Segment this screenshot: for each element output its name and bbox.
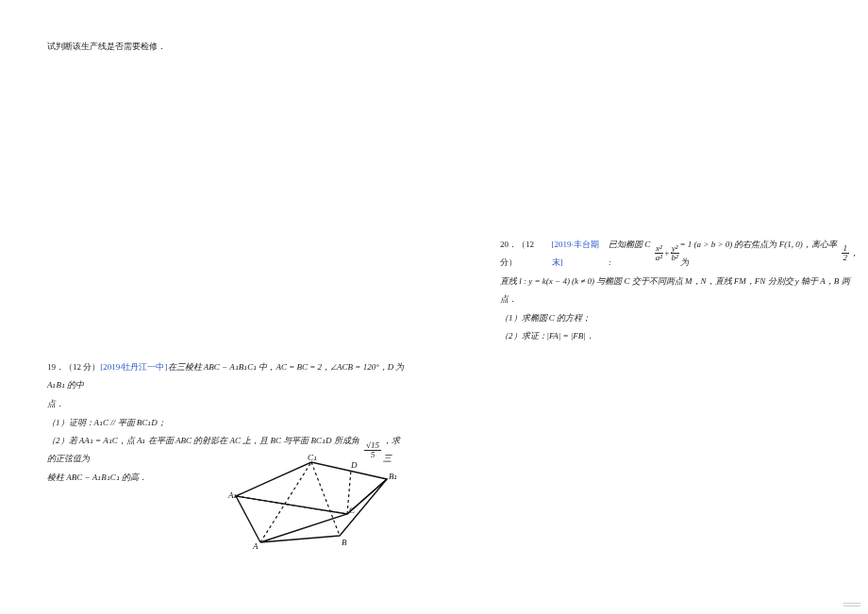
label-D: D bbox=[350, 460, 358, 470]
q20-frac3: 1 2 bbox=[842, 244, 850, 262]
prism-svg: A₁ C₁ B₁ D A C B bbox=[226, 453, 396, 552]
q20-stem-line2: 直线 l : y = k(x − 4) (k ≠ 0) 与椭圆 C 交于不同两点… bbox=[500, 273, 859, 308]
spacer bbox=[47, 57, 406, 358]
q19-source: [2019·牡丹江一中] bbox=[100, 362, 167, 372]
prism-figure: A₁ C₁ B₁ D A C B bbox=[226, 453, 396, 552]
q20-part2: （2）求证：|FA| = |FB|． bbox=[500, 327, 859, 345]
label-A1: A₁ bbox=[227, 490, 238, 500]
q20-f3b: 2 bbox=[843, 254, 848, 262]
q20-frac1: x² a² bbox=[655, 244, 663, 262]
label-C: C bbox=[349, 506, 356, 515]
label-C1: C₁ bbox=[308, 453, 317, 462]
q19-part1: （1）证明：A₁C // 平面 BC₁D； bbox=[47, 414, 406, 432]
q20-stem-line1: 20．（12 分）[2019·丰台期末] 已知椭圆 C : x² a² + y²… bbox=[500, 236, 859, 272]
q20-stem1a: 已知椭圆 C : bbox=[609, 236, 654, 272]
q19-stem-line1: 19．（12 分）[2019·牡丹江一中]在三棱柱 ABC − A₁B₁C₁ 中… bbox=[47, 358, 406, 394]
spacer-right bbox=[500, 38, 859, 236]
q20-f2b: b² bbox=[672, 254, 678, 262]
label-B1: B₁ bbox=[389, 472, 396, 481]
q20-stem1b: = 1 (a > b > 0) 的右焦点为 F(1, 0)，离心率为 bbox=[680, 236, 841, 272]
label-B: B bbox=[342, 538, 347, 547]
page-mark bbox=[843, 603, 860, 606]
q19-stem-line2: 点． bbox=[47, 395, 406, 413]
q20-f1b: a² bbox=[656, 254, 662, 262]
svg-line-2 bbox=[236, 496, 260, 542]
q19-number: 19．（12 分） bbox=[47, 362, 100, 372]
q20-number: 20．（12 分） bbox=[500, 236, 552, 272]
q20-part1: （1）求椭圆 C 的方程； bbox=[500, 309, 859, 327]
intro-line: 试判断该生产线是否需要检修． bbox=[47, 38, 406, 56]
label-A: A bbox=[252, 541, 259, 551]
q20-frac2: y² b² bbox=[671, 244, 679, 262]
q20-source: [2019·丰台期末] bbox=[552, 236, 609, 272]
q20-plus: + bbox=[664, 244, 670, 262]
q20-stem1c: ， bbox=[850, 244, 859, 262]
